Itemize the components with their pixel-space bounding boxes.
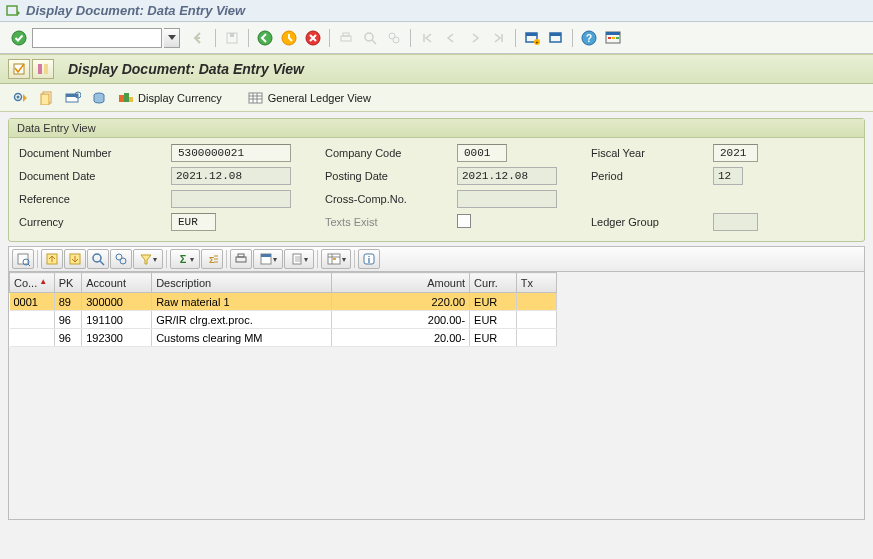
svg-rect-39	[129, 97, 133, 102]
help-back-icon	[188, 27, 210, 49]
svg-rect-23	[608, 37, 611, 39]
sum-button[interactable]: Σ▾	[170, 249, 200, 269]
menu-icon[interactable]	[6, 4, 20, 18]
ledger-group-field[interactable]	[713, 213, 758, 231]
svg-text:i: i	[368, 255, 371, 265]
svg-point-53	[120, 258, 126, 264]
print-button	[335, 27, 357, 49]
col-description[interactable]: Description	[152, 273, 332, 293]
find-alv-button[interactable]	[87, 249, 109, 269]
panel-title: Data Entry View	[9, 119, 864, 138]
back-button[interactable]	[254, 27, 276, 49]
currency-field[interactable]: EUR	[171, 213, 216, 231]
alv-grid-container: Co...▲ PK Account Description Amount Cur…	[8, 272, 865, 520]
texts-exist-checkbox	[457, 214, 471, 228]
general-ledger-view-label: General Ledger View	[268, 92, 371, 104]
details-button[interactable]	[12, 249, 34, 269]
new-session-button[interactable]: +	[521, 27, 543, 49]
change-display-button[interactable]	[10, 87, 32, 109]
command-field[interactable]	[32, 28, 162, 48]
print-alv-button[interactable]	[230, 249, 252, 269]
col-pk[interactable]: PK	[54, 273, 82, 293]
doc-date-label: Document Date	[19, 170, 169, 182]
line-items-table[interactable]: Co...▲ PK Account Description Amount Cur…	[9, 272, 557, 347]
page-title: Display Document: Data Entry View	[68, 61, 304, 77]
layout-button[interactable]: ▾	[321, 249, 351, 269]
doc-date-field[interactable]: 2021.12.08	[171, 167, 291, 185]
cancel-button[interactable]	[302, 27, 324, 49]
export-button[interactable]: ▾	[284, 249, 314, 269]
window-title-bar: Display Document: Data Entry View	[0, 0, 873, 22]
exit-button[interactable]	[278, 27, 300, 49]
subtotal-button[interactable]: Σ	[201, 249, 223, 269]
svg-point-12	[393, 37, 399, 43]
table-row[interactable]: 96 191100 GR/IR clrg.ext.proc. 200.00- E…	[10, 311, 557, 329]
first-page-button	[416, 27, 438, 49]
svg-rect-8	[343, 33, 349, 36]
sort-asc-button[interactable]	[41, 249, 63, 269]
sort-desc-button[interactable]	[64, 249, 86, 269]
col-curr[interactable]: Curr.	[470, 273, 517, 293]
table-row[interactable]: 96 192300 Customs clearing MM 20.00- EUR	[10, 329, 557, 347]
svg-line-51	[100, 261, 104, 265]
svg-rect-22	[606, 32, 620, 35]
period-field[interactable]: 12	[713, 167, 743, 185]
next-page-button	[464, 27, 486, 49]
fiscal-year-field[interactable]: 2021	[713, 144, 758, 162]
find-next-alv-button[interactable]	[110, 249, 132, 269]
col-tx[interactable]: Tx	[516, 273, 556, 293]
choose-button[interactable]	[8, 59, 30, 79]
ledger-group-label: Ledger Group	[591, 216, 711, 228]
svg-text:+: +	[536, 39, 539, 45]
reference-label: Reference	[19, 193, 169, 205]
display-currency-button[interactable]: Display Currency	[114, 89, 226, 107]
svg-point-50	[93, 254, 101, 262]
doc-number-field[interactable]: 5300000021	[171, 144, 291, 162]
svg-point-9	[365, 33, 373, 41]
reference-field[interactable]	[171, 190, 291, 208]
find-next-button	[383, 27, 405, 49]
last-page-button	[488, 27, 510, 49]
other-document-button[interactable]	[36, 87, 58, 109]
svg-line-10	[372, 40, 376, 44]
svg-rect-60	[238, 254, 244, 257]
svg-rect-34	[66, 94, 78, 97]
general-ledger-view-button[interactable]: General Ledger View	[244, 89, 375, 107]
application-toolbar: Display Currency General Ledger View	[0, 84, 873, 112]
generate-shortcut-button[interactable]	[545, 27, 567, 49]
col-amount[interactable]: Amount	[332, 273, 470, 293]
view-button[interactable]: ▾	[253, 249, 283, 269]
col-account[interactable]: Account	[82, 273, 152, 293]
display-header-button[interactable]	[62, 87, 84, 109]
help-button[interactable]: ?	[578, 27, 600, 49]
svg-point-30	[17, 95, 20, 98]
col-company[interactable]: Co...▲	[10, 273, 55, 293]
svg-rect-59	[236, 257, 246, 262]
svg-rect-24	[612, 37, 615, 39]
company-code-label: Company Code	[325, 147, 455, 159]
command-field-dropdown[interactable]	[164, 28, 180, 48]
table-row[interactable]: 0001 89 300000 Raw material 1 220.00 EUR	[10, 293, 557, 311]
company-code-field[interactable]: 0001	[457, 144, 507, 162]
taxes-button[interactable]	[88, 87, 110, 109]
svg-text:Σ: Σ	[179, 253, 186, 265]
customize-layout-button[interactable]	[602, 27, 624, 49]
posting-date-field[interactable]: 2021.12.08	[457, 167, 557, 185]
data-entry-panel: Data Entry View Document Number 53000000…	[8, 118, 865, 242]
svg-text:?: ?	[586, 33, 592, 44]
svg-rect-27	[38, 64, 42, 74]
svg-line-47	[28, 264, 30, 266]
display-currency-label: Display Currency	[138, 92, 222, 104]
find-button	[359, 27, 381, 49]
list-button[interactable]	[32, 59, 54, 79]
cross-comp-field[interactable]	[457, 190, 557, 208]
info-button[interactable]: i	[358, 249, 380, 269]
currency-icon	[118, 91, 134, 105]
svg-rect-38	[124, 93, 129, 102]
enter-button[interactable]	[8, 27, 30, 49]
filter-button[interactable]: ▾	[133, 249, 163, 269]
save-button	[221, 27, 243, 49]
texts-exist-label: Texts Exist	[325, 216, 455, 228]
currency-label: Currency	[19, 216, 169, 228]
svg-rect-32	[41, 94, 49, 105]
